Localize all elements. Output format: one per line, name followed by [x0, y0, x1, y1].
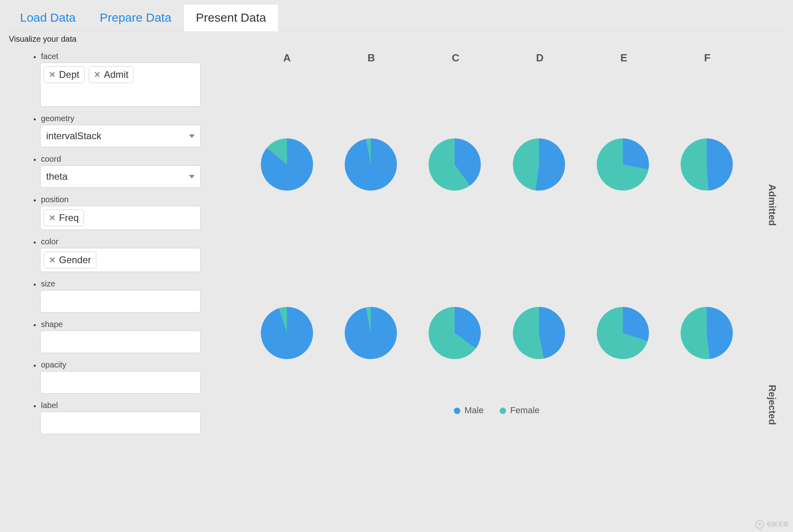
facet-col-C: C	[452, 52, 460, 64]
chevron-down-icon	[189, 134, 195, 138]
watermark-text: 创新互联	[767, 521, 789, 528]
color-input[interactable]: ✕Gender	[40, 248, 201, 272]
coord-select[interactable]: theta	[40, 165, 201, 188]
geometry-label: geometry	[41, 114, 221, 123]
close-icon[interactable]: ✕	[49, 255, 56, 265]
shape-input[interactable]	[40, 331, 201, 353]
tab-bar: Load Data Prepare Data Present Data	[8, 4, 785, 31]
legend-male: Male	[464, 405, 484, 415]
facet-input[interactable]: ✕Dept✕Admit	[40, 63, 201, 107]
tag-label: Freq	[59, 212, 79, 223]
facet-row-label-rejected: Rejected	[767, 385, 778, 425]
tag-gender[interactable]: ✕Gender	[44, 252, 96, 268]
shape-label: shape	[41, 320, 221, 329]
tag-freq[interactable]: ✕Freq	[44, 209, 84, 226]
opacity-input[interactable]	[40, 371, 201, 394]
coord-value: theta	[46, 171, 67, 182]
geometry-value: intervalStack	[46, 130, 101, 142]
facet-row-rejected	[237, 265, 757, 401]
legend-swatch-female	[500, 408, 506, 414]
watermark: ✕ 创新互联	[755, 520, 789, 529]
coord-label: coord	[41, 154, 221, 164]
size-input[interactable]	[40, 290, 201, 313]
controls-sidebar: facet ✕Dept✕Admit geometry intervalStack…	[8, 44, 221, 441]
tab-prepare-data[interactable]: Prepare Data	[87, 4, 183, 31]
pie-rejected-F	[678, 304, 736, 362]
close-icon[interactable]: ✕	[49, 213, 56, 223]
tab-load-data[interactable]: Load Data	[8, 4, 87, 31]
facet-col-B: B	[368, 52, 375, 64]
size-label: size	[41, 279, 221, 288]
pie-admitted-D	[510, 135, 568, 193]
geometry-select[interactable]: intervalStack	[40, 125, 201, 147]
pie-rejected-C	[419, 296, 492, 370]
pie-rejected-E	[590, 300, 656, 366]
position-label: position	[41, 195, 221, 204]
pie-admitted-B	[340, 134, 401, 195]
tag-admit[interactable]: ✕Admit	[89, 66, 134, 83]
pie-rejected-B	[340, 303, 401, 363]
facet-col-A: A	[283, 52, 291, 64]
tab-present-data[interactable]: Present Data	[183, 4, 279, 31]
pie-rejected-D	[508, 303, 569, 363]
pie-admitted-E	[592, 134, 653, 195]
facet-col-D: D	[536, 52, 544, 64]
position-input[interactable]: ✕Freq	[40, 206, 201, 230]
labelc-label: label	[41, 401, 221, 410]
page-subtitle: Visualize your data	[8, 31, 785, 44]
facet-row-admitted	[237, 96, 757, 233]
pie-admitted-F	[679, 137, 734, 192]
chevron-down-icon	[189, 175, 195, 179]
pie-rejected-A	[254, 300, 320, 366]
pie-admitted-C	[419, 128, 492, 201]
tag-label: Admit	[104, 69, 128, 80]
color-label: color	[41, 237, 221, 246]
facet-chart: ABCDEF Male Female AdmittedRejected	[221, 44, 785, 441]
tag-label: Dept	[59, 69, 79, 80]
legend-female: Female	[510, 405, 539, 415]
tag-dept[interactable]: ✕Dept	[44, 66, 85, 83]
facet-label: facet	[41, 52, 221, 61]
labelc-input[interactable]	[40, 412, 201, 434]
legend-swatch-male	[454, 408, 460, 414]
pie-admitted-A	[250, 128, 323, 201]
facet-col-E: E	[620, 52, 627, 64]
close-icon[interactable]: ✕	[94, 70, 101, 79]
opacity-label: opacity	[41, 360, 221, 370]
close-icon[interactable]: ✕	[49, 70, 56, 79]
chart-legend: Male Female	[237, 405, 757, 416]
facet-col-F: F	[704, 52, 710, 64]
tag-label: Gender	[59, 254, 91, 266]
watermark-icon: ✕	[755, 520, 764, 529]
facet-row-label-admitted: Admitted	[767, 184, 778, 226]
